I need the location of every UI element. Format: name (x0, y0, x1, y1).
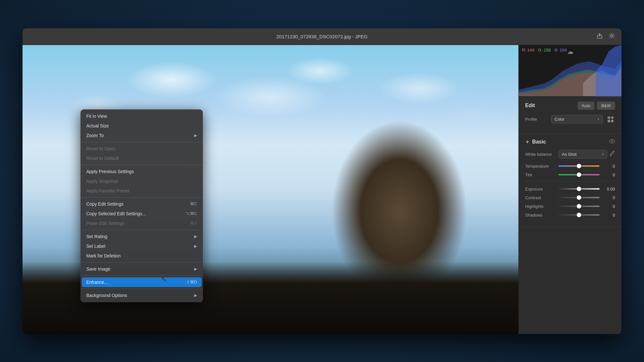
title-bar-controls (596, 32, 615, 41)
eyedropper-icon[interactable] (610, 150, 615, 158)
white-balance-label: White balance (525, 152, 556, 157)
window-title: 20171230_072836_DSC02072.jpg - JPEG (276, 34, 368, 39)
r-value: R: 144 (522, 48, 534, 52)
image-area: Fit in View Actual Size Zoom To ▶ Reset (23, 45, 518, 334)
menu-item-fit-in-view[interactable]: Fit in View (80, 111, 203, 121)
tint-slider[interactable] (558, 174, 600, 175)
svg-point-2 (611, 141, 613, 142)
menu-item-reset-to-default: Reset to Default (80, 153, 203, 163)
paste-shortcut: ⌘V (190, 221, 197, 226)
menu-item-set-label[interactable]: Set Label ▶ (80, 241, 203, 251)
background-options-arrow: ▶ (194, 293, 197, 298)
temperature-slider[interactable] (558, 165, 600, 167)
exposure-label: Exposure (525, 187, 556, 191)
exposure-thumb[interactable] (577, 187, 581, 191)
auto-button[interactable]: Auto (578, 102, 595, 110)
zoom-to-arrow: ▶ (194, 133, 197, 138)
menu-item-paste-edit-settings: Paste Edit Settings ⌘V (80, 218, 203, 228)
share-icon[interactable] (596, 32, 603, 41)
basic-left: ▼ Basic (525, 139, 546, 145)
profile-label: Profile (525, 117, 548, 122)
set-rating-arrow: ▶ (194, 234, 197, 239)
tint-thumb[interactable] (577, 172, 581, 177)
separator-1 (80, 142, 203, 142)
edit-buttons: Auto B&W (578, 102, 615, 110)
menu-item-reset-to-open: Reset to Open (80, 144, 203, 153)
menu-item-background-options[interactable]: Background Options ▶ (80, 291, 203, 300)
menu-item-apply-previous-settings[interactable]: Apply Previous Settings (80, 167, 203, 176)
basic-divider (525, 181, 615, 181)
temperature-row: Temperature 0 (525, 164, 615, 169)
basic-eye-icon[interactable] (609, 139, 615, 144)
tint-value: 0 (602, 172, 615, 177)
exposure-row: Exposure 0.00 (525, 187, 615, 191)
copy-selected-shortcut: ⌥⌘C (185, 211, 197, 216)
temperature-thumb[interactable] (577, 164, 581, 168)
menu-item-apply-favorite-preset: Apply Favorite Preset (80, 186, 203, 196)
application-window: 20171230_072836_DSC02072.jpg - JPEG (23, 28, 621, 334)
exposure-slider[interactable] (558, 188, 600, 190)
desktop-background: 20171230_072836_DSC02072.jpg - JPEG (0, 0, 644, 362)
settings-icon[interactable] (609, 32, 615, 41)
svg-point-1 (611, 35, 613, 37)
highlights-value: 0 (602, 204, 615, 209)
menu-item-zoom-to[interactable]: Zoom To ▶ (80, 131, 203, 140)
right-panel: ☁ R: 144 G: 158 B: 184 (518, 45, 621, 334)
main-content: Fit in View Actual Size Zoom To ▶ Reset (23, 45, 621, 334)
contrast-thumb[interactable] (577, 195, 581, 200)
title-bar: 20171230_072836_DSC02072.jpg - JPEG (23, 28, 621, 45)
menu-item-copy-selected-edit-settings[interactable]: Copy Selected Edit Settings... ⌥⌘C (80, 209, 203, 218)
temperature-label: Temperature (525, 164, 556, 169)
basic-title: Basic (532, 139, 546, 145)
basic-collapse-arrow[interactable]: ▼ (525, 139, 530, 144)
shadows-thumb[interactable] (577, 213, 581, 217)
context-menu: Fit in View Actual Size Zoom To ▶ Reset (80, 109, 203, 302)
separator-3 (80, 197, 203, 198)
menu-item-copy-edit-settings[interactable]: Copy Edit Settings ⌘C (80, 199, 203, 209)
contrast-row: Contrast 0 (525, 195, 615, 200)
edit-section-header: Edit Auto B&W (525, 102, 615, 110)
shadows-row: Shadows 0 (525, 213, 615, 218)
contrast-value: 0 (602, 195, 615, 200)
highlights-thumb[interactable] (577, 204, 581, 209)
save-image-arrow: ▶ (194, 267, 197, 271)
shadows-slider[interactable] (558, 214, 600, 216)
copy-edit-shortcut: ⌘C (190, 201, 197, 206)
histogram-area: ☁ R: 144 G: 158 B: 184 (519, 45, 621, 97)
menu-item-set-rating[interactable]: Set Rating ▶ (80, 232, 203, 241)
enhance-shortcut: ⇧⌘D (186, 280, 197, 284)
b-value: B: 184 (554, 48, 567, 52)
profile-row: Profile Color ▾ (525, 115, 615, 124)
separator-5 (80, 262, 203, 263)
contrast-slider[interactable] (558, 197, 600, 198)
separator-7 (80, 289, 203, 289)
g-value: G: 158 (538, 48, 551, 52)
profile-dropdown[interactable]: Color ▾ (551, 115, 603, 124)
histogram-blue-spike (596, 45, 621, 97)
menu-item-actual-size[interactable]: Actual Size (80, 121, 203, 131)
profile-chevron: ▾ (598, 117, 599, 121)
highlights-row: Highlights 0 (525, 204, 615, 209)
wb-chevron: ▾ (602, 153, 604, 156)
menu-item-apply-snapshot: Apply Snapshot (80, 176, 203, 186)
shadows-value: 0 (602, 213, 615, 218)
shadows-label: Shadows (525, 213, 556, 218)
basic-title-row: ▼ Basic (525, 139, 615, 145)
menu-item-mark-for-deletion[interactable]: Mark for Deletion (80, 251, 203, 261)
exposure-value: 0.00 (602, 187, 615, 191)
highlights-slider[interactable] (558, 206, 600, 207)
tint-row: Tint 0 (525, 172, 615, 177)
white-balance-dropdown[interactable]: As Shot ▾ (558, 150, 607, 159)
svg-rect-3 (610, 155, 611, 156)
temperature-value: 0 (602, 164, 615, 169)
edit-title: Edit (525, 103, 535, 108)
set-label-arrow: ▶ (194, 244, 197, 248)
menu-item-save-image[interactable]: Save Image ▶ (80, 264, 203, 274)
separator-4 (80, 230, 203, 230)
menu-item-enhance[interactable]: Enhance... ⇧⌘D (82, 277, 202, 287)
profile-grid-icon[interactable] (606, 115, 615, 124)
bw-button[interactable]: B&W (597, 102, 615, 110)
white-balance-row: White balance As Shot ▾ (525, 150, 615, 159)
basic-section: ▼ Basic White balance (519, 134, 621, 227)
separator-6 (80, 275, 203, 276)
